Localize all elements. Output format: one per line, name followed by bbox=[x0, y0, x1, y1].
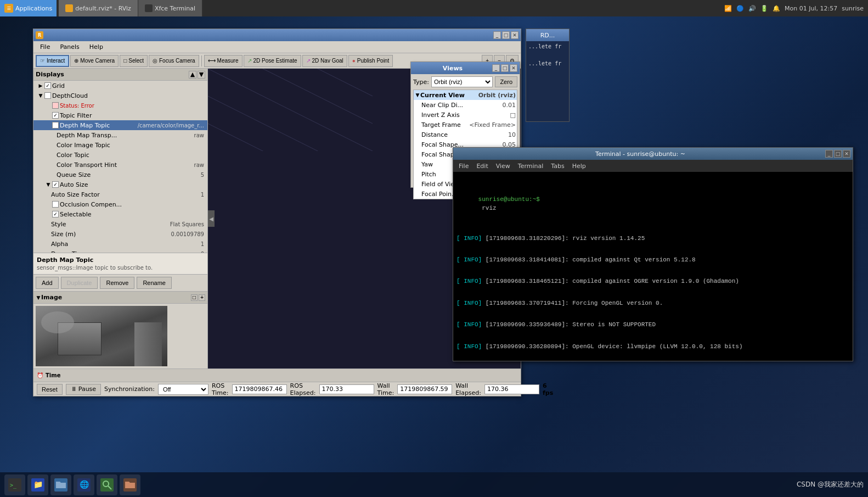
depth-transp-label: Depth Map Transp... bbox=[57, 132, 194, 139]
taskbar-app-search[interactable] bbox=[97, 474, 117, 495]
term-prompt-line: sunrise@ubuntu:~$ rviz bbox=[456, 187, 849, 221]
views-prop-target[interactable]: Target Frame <Fixed Frame> bbox=[414, 120, 517, 130]
tool-publish-point[interactable]: ● Publish Point bbox=[348, 55, 393, 67]
menu-panels[interactable]: Panels bbox=[55, 42, 83, 52]
tree-item-alpha[interactable]: Alpha 1 bbox=[33, 239, 207, 249]
tree-item-status[interactable]: Status: Error bbox=[33, 100, 207, 110]
auto-size-checkbox[interactable]: ✓ bbox=[52, 181, 59, 188]
term-menu-edit[interactable]: Edit bbox=[473, 161, 491, 171]
status-checkbox[interactable] bbox=[52, 102, 59, 109]
menu-help[interactable]: Help bbox=[85, 42, 108, 52]
menu-file[interactable]: File bbox=[36, 42, 54, 52]
tree-item-auto-size[interactable]: ▼ ✓ Auto Size bbox=[33, 180, 207, 189]
terminal-app-icon: >_ bbox=[8, 478, 21, 492]
tree-item-queue-size[interactable]: Queue Size 5 bbox=[33, 170, 207, 180]
term-close[interactable]: ✕ bbox=[843, 150, 850, 158]
win-btn-terminal[interactable]: Xfce Terminal bbox=[138, 0, 202, 16]
tree-item-selectable[interactable]: ✓ Selectable bbox=[33, 209, 207, 219]
views-close[interactable]: ✕ bbox=[510, 64, 517, 72]
taskbar-app-files[interactable]: 📁 bbox=[27, 474, 48, 495]
views-type-select[interactable]: Orbit (rviz) bbox=[431, 76, 493, 87]
tool-measure[interactable]: ⟷ Measure bbox=[204, 55, 243, 67]
taskbar-right: 📶 🔵 🔊 🔋 🔔 Mon 01 Jul, 12:57 sunrise bbox=[724, 5, 868, 12]
views-type-row: Type: Orbit (rviz) Zero bbox=[413, 76, 517, 87]
app-menu[interactable]: ☰ Applications bbox=[0, 0, 57, 16]
tree-item-color-image[interactable]: Color Image Topic bbox=[33, 140, 207, 150]
displays-scroll-down[interactable]: ▼ bbox=[198, 71, 205, 79]
views-titlebar: Views _ □ ✕ bbox=[411, 62, 520, 74]
tree-item-depth-transp[interactable]: Depth Map Transp... raw bbox=[33, 130, 207, 140]
tree-item-depth-topic[interactable]: Depth Map Topic /camera/color/image_r... bbox=[33, 120, 207, 130]
tree-item-occlusion[interactable]: Occlusion Compen... bbox=[33, 199, 207, 209]
tool-select[interactable]: □ Select bbox=[120, 55, 148, 67]
tree-item-auto-size-factor[interactable]: Auto Size Factor 1 bbox=[33, 189, 207, 199]
taskbar-app-folder[interactable] bbox=[50, 474, 71, 495]
viewport-nav-left[interactable]: ◀ bbox=[208, 210, 215, 227]
occlusion-checkbox[interactable] bbox=[52, 201, 59, 208]
rename-btn[interactable]: Rename bbox=[137, 277, 172, 289]
tree-item-decay[interactable]: Decay Time 0 bbox=[33, 249, 207, 253]
rviz-minimize-btn[interactable]: _ bbox=[493, 31, 501, 39]
pause-btn[interactable]: ⏸ Pause bbox=[66, 384, 101, 395]
taskbar-app-terminal[interactable]: >_ bbox=[4, 474, 25, 495]
wall-elapsed-label: Wall Elapsed: bbox=[455, 382, 481, 397]
svg-rect-25 bbox=[100, 478, 114, 492]
tool-nav-goal[interactable]: ↗ 2D Nav Goal bbox=[302, 55, 347, 67]
ros-time-value: 1719809867.46 bbox=[232, 384, 287, 394]
tree-item-color-transport[interactable]: Color Transport Hint raw bbox=[33, 160, 207, 170]
image-max-btn[interactable]: + bbox=[199, 294, 205, 301]
term-menu-view[interactable]: View bbox=[493, 161, 514, 171]
displays-header: Displays ▲ ▼ bbox=[33, 69, 207, 81]
tree-item-size[interactable]: Size (m) 0.00109789 bbox=[33, 229, 207, 239]
tool-focus-camera[interactable]: ◎ Focus Camera bbox=[149, 55, 199, 67]
rviz-close-btn[interactable]: ✕ bbox=[511, 31, 518, 39]
sync-select[interactable]: Off Approximate Exact bbox=[158, 384, 208, 395]
remove-btn[interactable]: Remove bbox=[100, 277, 134, 289]
term-maximize[interactable]: □ bbox=[834, 150, 842, 158]
image-min-btn[interactable]: □ bbox=[191, 294, 198, 301]
term-menu-help[interactable]: Help bbox=[569, 161, 589, 171]
notification-icon: 🔔 bbox=[773, 5, 780, 12]
selectable-checkbox[interactable]: ✓ bbox=[52, 211, 59, 217]
nav-goal-icon: ↗ bbox=[306, 58, 311, 64]
win-btn-rviz[interactable]: default.rviz* - RViz bbox=[59, 0, 138, 16]
tree-item-depthcloud[interactable]: ▼ DepthCloud bbox=[33, 91, 207, 100]
window-buttons: default.rviz* - RViz Xfce Terminal bbox=[59, 0, 202, 16]
term-menu-file[interactable]: File bbox=[455, 161, 472, 171]
depthcloud-checkbox[interactable] bbox=[44, 92, 51, 99]
views-prop-invertz[interactable]: Invert Z Axis □ bbox=[414, 110, 517, 120]
toolbar-sep1 bbox=[201, 55, 202, 66]
views-minimize[interactable]: _ bbox=[492, 64, 500, 72]
taskbar-app-network[interactable]: 🌐 bbox=[74, 474, 94, 495]
taskbar-app-folder2[interactable] bbox=[120, 474, 140, 495]
tree-item-color-topic[interactable]: Color Topic bbox=[33, 150, 207, 160]
term-menu-tabs[interactable]: Tabs bbox=[548, 161, 567, 171]
depth-topic-checkbox[interactable] bbox=[52, 122, 59, 129]
views-prop-nearclip[interactable]: Near Clip Di... 0.01 bbox=[414, 100, 517, 110]
views-type-label: Type: bbox=[413, 79, 429, 86]
term-line-3: [ INFO] [1719809683.318465121]: compiled… bbox=[456, 277, 849, 286]
tool-pose-estimate[interactable]: ↗ 2D Pose Estimate bbox=[244, 55, 301, 67]
term-minimize[interactable]: _ bbox=[825, 150, 833, 158]
tool-move-camera[interactable]: ⊕ Move Camera bbox=[70, 55, 119, 67]
grid-checkbox[interactable]: ✓ bbox=[44, 82, 51, 89]
taskbar-right-text: CSDN @我家还差大的 bbox=[797, 480, 864, 489]
add-btn[interactable]: Add bbox=[36, 277, 59, 289]
displays-scroll-up[interactable]: ▲ bbox=[189, 71, 196, 79]
term-content[interactable]: sunrise@ubuntu:~$ rviz [ INFO] [17198096… bbox=[453, 172, 853, 361]
battery-icon: 🔋 bbox=[760, 5, 768, 12]
views-current-view[interactable]: ▼ Current View Orbit (rviz) bbox=[414, 90, 517, 100]
views-zero-btn[interactable]: Zero bbox=[495, 76, 517, 87]
duplicate-btn[interactable]: Duplicate bbox=[61, 277, 98, 289]
tool-interact[interactable]: ☞ Interact bbox=[36, 55, 69, 67]
tree-item-grid[interactable]: ▶ ✓ Grid bbox=[33, 81, 207, 91]
views-maximize[interactable]: □ bbox=[501, 64, 509, 72]
views-prop-distance[interactable]: Distance 10 bbox=[414, 130, 517, 139]
topic-filter-checkbox[interactable]: ✓ bbox=[52, 112, 59, 119]
tree-item-style[interactable]: Style Flat Squares bbox=[33, 219, 207, 229]
term-menu-terminal[interactable]: Terminal bbox=[515, 161, 547, 171]
tree-item-topic-filter[interactable]: ✓ Topic Filter bbox=[33, 110, 207, 120]
rviz-maximize-btn[interactable]: □ bbox=[502, 31, 510, 39]
reset-btn[interactable]: Reset bbox=[37, 384, 63, 395]
rviz-window-controls: _ □ ✕ bbox=[493, 31, 518, 39]
